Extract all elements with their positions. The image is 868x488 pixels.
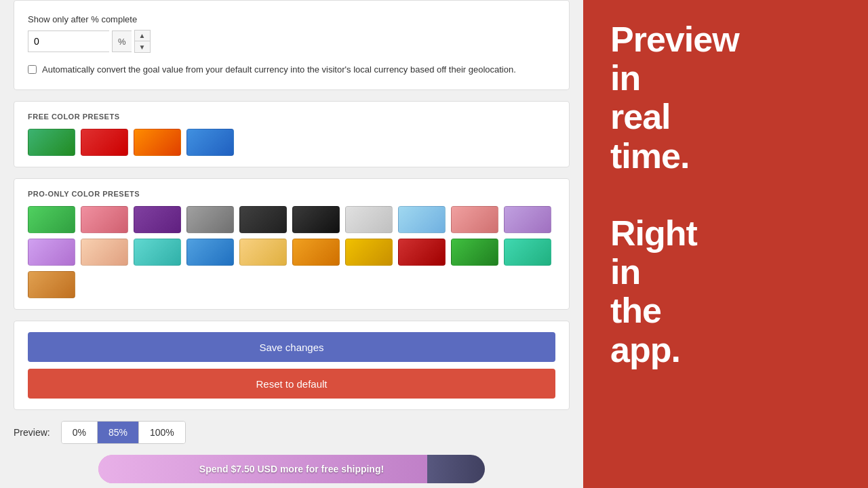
progress-text: Spend $7.50 USD more for free shipping! xyxy=(199,464,384,474)
free-color-grid xyxy=(28,129,555,156)
currency-convert-label: Automatically convert the goal value fro… xyxy=(42,64,516,76)
stepper-down-button[interactable]: ▼ xyxy=(135,41,150,52)
show-after-label: Show only after % complete xyxy=(28,14,555,24)
color-swatch-blue[interactable] xyxy=(186,129,234,156)
color-swatch-p18[interactable] xyxy=(398,239,446,266)
preview-toggle: 0% 85% 100% xyxy=(61,421,186,444)
color-swatch-p4[interactable] xyxy=(186,206,234,233)
save-button[interactable]: Save changes xyxy=(28,332,555,362)
stepper-up-button[interactable]: ▲ xyxy=(135,30,150,41)
color-swatch-p2[interactable] xyxy=(81,206,128,233)
color-swatch-green[interactable] xyxy=(28,129,75,156)
color-swatch-p20[interactable] xyxy=(504,239,551,266)
color-swatch-p16[interactable] xyxy=(292,239,340,266)
percent-input-row: % ▲ ▼ xyxy=(28,30,555,53)
percent-value-input[interactable] xyxy=(28,30,109,52)
color-swatch-p5[interactable] xyxy=(239,206,287,233)
checkbox-row: Automatically convert the goal value fro… xyxy=(28,64,555,76)
color-swatch-p8[interactable] xyxy=(398,206,446,233)
preview-85-button[interactable]: 85% xyxy=(97,422,138,443)
color-swatch-p6[interactable] xyxy=(292,206,340,233)
preview-100-button[interactable]: 100% xyxy=(138,422,185,443)
stepper-buttons: ▲ ▼ xyxy=(134,30,151,53)
progress-bar-wrapper: Spend $7.50 USD more for free shipping! xyxy=(98,455,485,483)
pro-presets-section: PRO-ONLY COLOR PRESETS xyxy=(14,178,570,310)
settings-card: Show only after % complete % ▲ ▼ Automat… xyxy=(14,0,570,90)
color-swatch-p17[interactable] xyxy=(345,239,393,266)
preview-label: Preview: xyxy=(14,427,50,438)
currency-convert-checkbox[interactable] xyxy=(28,65,37,74)
free-presets-title: FREE COLOR PRESETS xyxy=(28,113,555,121)
progress-bar-container: Spend $7.50 USD more for free shipping! xyxy=(14,455,570,483)
color-swatch-p10[interactable] xyxy=(504,206,551,233)
preview-0-button[interactable]: 0% xyxy=(62,422,97,443)
buttons-section: Save changes Reset to default xyxy=(14,321,570,410)
color-swatch-p3[interactable] xyxy=(134,206,181,233)
color-swatch-p13[interactable] xyxy=(134,239,181,266)
right-panel: Previewinrealtime.Rightintheapp. xyxy=(583,0,868,488)
pro-presets-title: PRO-ONLY COLOR PRESETS xyxy=(28,190,555,198)
color-swatch-orange[interactable] xyxy=(134,129,181,156)
color-swatch-p21[interactable] xyxy=(28,271,75,298)
color-swatch-red[interactable] xyxy=(81,129,128,156)
preview-section: Preview: 0% 85% 100% xyxy=(14,421,570,444)
color-swatch-p12[interactable] xyxy=(81,239,128,266)
left-panel: Show only after % complete % ▲ ▼ Automat… xyxy=(0,0,583,488)
color-swatch-p1[interactable] xyxy=(28,206,75,233)
color-swatch-p9[interactable] xyxy=(451,206,498,233)
color-swatch-p15[interactable] xyxy=(239,239,287,266)
pro-color-grid xyxy=(28,206,555,298)
color-swatch-p14[interactable] xyxy=(186,239,234,266)
percent-symbol: % xyxy=(112,30,132,52)
free-presets-section: FREE COLOR PRESETS xyxy=(14,101,570,167)
color-swatch-p7[interactable] xyxy=(345,206,393,233)
reset-button[interactable]: Reset to default xyxy=(28,369,555,399)
promo-headline: Previewinrealtime.Rightintheapp. xyxy=(610,20,739,369)
color-swatch-p19[interactable] xyxy=(451,239,498,266)
color-swatch-p11[interactable] xyxy=(28,239,75,266)
